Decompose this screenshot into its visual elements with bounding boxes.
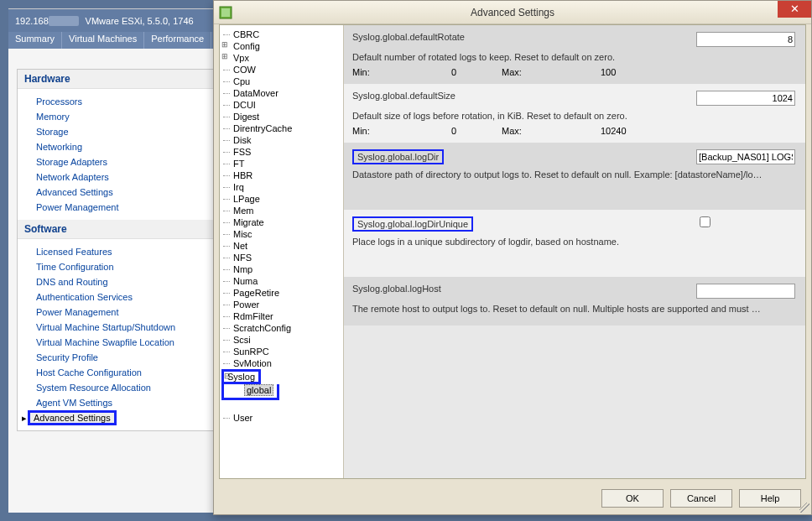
hw-advanced[interactable]: Advanced Settings [18,185,222,200]
cancel-button[interactable]: Cancel [670,489,732,508]
sw-dns[interactable]: DNS and Routing [18,274,222,289]
label-default-size: Syslog.global.defaultSize [352,91,696,101]
tree-cow[interactable]: COW [221,64,341,76]
sw-security[interactable]: Security Profile [18,350,222,365]
host-ip: 192.168 [15,16,49,26]
hw-power[interactable]: Power Management [18,200,222,215]
tree-irq[interactable]: Irq [221,181,341,193]
sw-advanced-settings[interactable]: Advanced Settings [28,410,117,425]
input-default-size[interactable] [696,91,795,106]
tree-numa[interactable]: Numa [221,275,341,287]
desc-log-host: The remote host to output logs to. Reset… [352,304,797,314]
tree-scratch[interactable]: ScratchConfig [221,322,341,334]
label-log-dir-unique: Syslog.global.logDirUnique [352,216,473,232]
max-val-0: 100 [601,67,651,77]
sw-agent-vm[interactable]: Agent VM Settings [18,395,222,410]
sw-power[interactable]: Power Management [18,305,222,320]
tree-pageretire[interactable]: PageRetire [221,287,341,299]
tree-power[interactable]: Power [221,299,341,310]
sw-licensed[interactable]: Licensed Features [18,244,222,259]
host-version: VMware ESXi, 5.5.0, 1746 [86,16,194,26]
min-label-1: Min: [352,126,451,136]
min-val-0: 0 [451,67,502,77]
svg-rect-1 [221,8,230,17]
tree-hbr[interactable]: HBR [221,169,341,181]
sw-host-cache[interactable]: Host Cache Configuration [18,365,222,380]
tree-scsi[interactable]: Scsi [221,334,341,346]
close-button[interactable]: ✕ [778,1,811,18]
sw-vm-swap[interactable]: Virtual Machine Swapfile Location [18,335,222,350]
hw-networking[interactable]: Networking [18,139,222,154]
desc-default-size: Default size of logs before rotation, in… [352,111,797,121]
tree-mem[interactable]: Mem [221,205,341,216]
hw-storage-adapters[interactable]: Storage Adapters [18,154,222,169]
tab-vm[interactable]: Virtual Machines [62,32,144,49]
tree-dcui[interactable]: DCUI [221,99,341,111]
tree-misc[interactable]: Misc [221,228,341,240]
setting-log-dir-unique: Syslog.global.logDirUnique Place logs in… [344,210,805,277]
tree-digest[interactable]: Digest [221,111,341,122]
settings-tree[interactable]: CBRC Config Vpx COW Cpu DataMover DCUI D… [220,25,344,478]
help-button[interactable]: Help [739,489,801,508]
setting-log-host: Syslog.global.logHost The remote host to… [344,277,805,326]
resize-grip[interactable] [799,503,809,513]
tree-net[interactable]: Net [221,240,341,252]
tree-nfs[interactable]: NFS [221,252,341,263]
input-log-host[interactable] [696,284,795,299]
tree-user[interactable]: User [221,412,341,424]
tree-vpx[interactable]: Vpx [221,52,341,64]
vsphere-icon [219,6,232,19]
tab-summary[interactable]: Summary [8,32,62,49]
redacted-ip: xxx [49,16,80,26]
tree-nmp[interactable]: Nmp [221,263,341,275]
max-val-1: 10240 [601,126,651,136]
sw-auth[interactable]: Authentication Services [18,289,222,305]
sw-sys-resource[interactable]: System Resource Allocation [18,380,222,395]
tree-rdmfilter[interactable]: RdmFilter [221,310,341,322]
hw-storage[interactable]: Storage [18,124,222,139]
tree-syslog[interactable]: Syslog [221,369,261,384]
min-val-1: 0 [451,126,502,136]
tree-fss[interactable]: FSS [221,146,341,158]
tree-config[interactable]: Config [221,40,341,52]
advanced-settings-dialog: Advanced Settings ✕ CBRC Config Vpx COW … [213,0,812,515]
tree-global[interactable]: global [244,384,273,396]
dialog-titlebar[interactable]: Advanced Settings ✕ [214,1,811,24]
sw-vm-startup[interactable]: Virtual Machine Startup/Shutdown [18,320,222,335]
desc-log-dir: Datastore path of directory to output lo… [352,169,797,180]
tree-svmotion[interactable]: SvMotion [221,357,341,369]
hardware-panel: Hardware Processors Memory Storage Netwo… [17,69,223,431]
tree-datamover[interactable]: DataMover [221,87,341,99]
max-label-1: Max: [502,126,601,136]
label-log-dir: Syslog.global.logDir [352,149,444,164]
settings-list: Syslog.global.defaultRotate Default numb… [344,25,805,478]
setting-log-dir: Syslog.global.logDir Datastore path of d… [344,143,805,210]
input-log-dir[interactable] [696,149,795,164]
setting-default-rotate: Syslog.global.defaultRotate Default numb… [344,25,805,84]
ok-button[interactable]: OK [601,489,664,508]
hw-memory[interactable]: Memory [18,109,222,124]
input-default-rotate[interactable] [696,32,795,47]
hw-network-adapters[interactable]: Network Adapters [18,169,222,185]
min-label-0: Min: [352,67,451,77]
hardware-header: Hardware [18,70,222,89]
hw-processors[interactable]: Processors [18,94,222,109]
sw-time[interactable]: Time Configuration [18,259,222,274]
tree-lpage[interactable]: LPage [221,193,341,205]
tab-perf[interactable]: Performance [144,32,211,49]
tree-cbrc[interactable]: CBRC [221,29,341,40]
checkbox-log-dir-unique[interactable] [700,216,710,227]
dialog-button-bar: OK Cancel Help [601,489,801,508]
dialog-title: Advanced Settings [471,7,554,18]
desc-log-dir-unique: Place logs in a unique subdirectory of l… [352,237,797,247]
tree-migrate[interactable]: Migrate [221,216,341,228]
tree-ft[interactable]: FT [221,158,341,169]
tree-cpu[interactable]: Cpu [221,76,341,87]
tree-direntry[interactable]: DirentryCache [221,122,341,134]
tree-sunrpc[interactable]: SunRPC [221,346,341,357]
software-header: Software [18,220,222,239]
setting-default-size: Syslog.global.defaultSize Default size o… [344,84,805,143]
max-label-0: Max: [502,67,601,77]
tree-disk[interactable]: Disk [221,134,341,146]
label-log-host: Syslog.global.logHost [352,284,696,294]
